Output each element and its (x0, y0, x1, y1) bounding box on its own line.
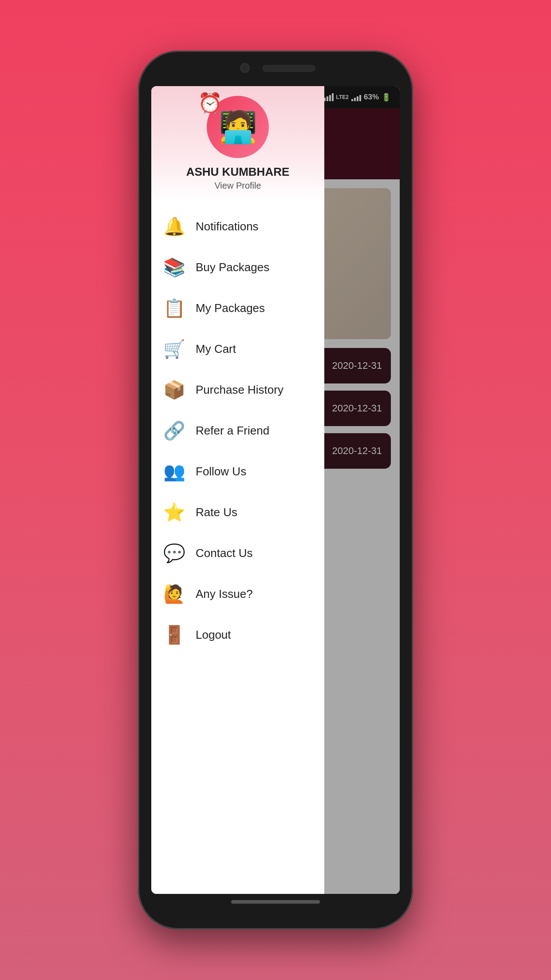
menu-item-notifications[interactable]: 🔔Notifications (151, 206, 324, 247)
user-name: ASHU KUMBHARE (186, 165, 290, 179)
my-packages-icon: 📋 (162, 296, 187, 320)
logout-icon: 🚪 (162, 622, 187, 647)
notch-area (138, 51, 413, 86)
drawer-header: ⏰ 🧑‍💻 ASHU KUMBHARE View Profile (151, 86, 324, 202)
any-issue-label: Any Issue? (196, 587, 253, 601)
refer-a-friend-icon: 🔗 (162, 418, 187, 443)
menu-item-my-cart[interactable]: 🛒My Cart (151, 328, 324, 369)
contact-us-label: Contact Us (196, 546, 253, 560)
navigation-drawer: ⏰ 🧑‍💻 ASHU KUMBHARE View Profile 🔔Notifi… (151, 86, 324, 894)
menu-item-refer-a-friend[interactable]: 🔗Refer a Friend (151, 410, 324, 451)
front-camera (240, 63, 250, 73)
speaker-grille (262, 65, 315, 72)
menu-item-logout[interactable]: 🚪Logout (151, 614, 324, 655)
avatar-container: ⏰ 🧑‍💻 (207, 96, 269, 158)
home-indicator (231, 900, 320, 904)
menu-item-contact-us[interactable]: 💬Contact Us (151, 533, 324, 573)
view-profile-link[interactable]: View Profile (214, 181, 261, 191)
menu-item-rate-us[interactable]: ⭐Rate Us (151, 492, 324, 533)
logout-label: Logout (196, 628, 231, 642)
purchase-history-label: Purchase History (196, 383, 283, 397)
follow-us-icon: 👥 (162, 459, 187, 484)
refer-a-friend-label: Refer a Friend (196, 424, 269, 438)
notifications-label: Notifications (196, 220, 259, 233)
rate-us-label: Rate Us (196, 506, 237, 519)
my-cart-label: My Cart (196, 342, 236, 356)
phone-frame: 23:10 0 KB/s 🖼 ⊕ • ⏰ VoLTE LTE2 (138, 51, 413, 929)
rate-us-icon: ⭐ (162, 500, 187, 525)
follow-us-label: Follow Us (196, 465, 246, 478)
clock-icon: ⏰ (198, 91, 222, 115)
menu-item-purchase-history[interactable]: 📦Purchase History (151, 369, 324, 410)
menu-item-follow-us[interactable]: 👥Follow Us (151, 451, 324, 492)
menu-item-buy-packages[interactable]: 📚Buy Packages (151, 247, 324, 288)
notifications-icon: 🔔 (162, 214, 187, 239)
contact-us-icon: 💬 (162, 541, 187, 565)
any-issue-icon: 🙋 (162, 581, 187, 606)
menu-item-my-packages[interactable]: 📋My Packages (151, 288, 324, 328)
buy-packages-icon: 📚 (162, 255, 187, 280)
drawer-menu: 🔔Notifications📚Buy Packages📋My Packages🛒… (151, 202, 324, 894)
my-cart-icon: 🛒 (162, 336, 187, 361)
avatar-image: 🧑‍💻 (219, 109, 257, 145)
menu-item-any-issue[interactable]: 🙋Any Issue? (151, 573, 324, 614)
buy-packages-label: Buy Packages (196, 261, 269, 274)
phone-screen: 23:10 0 KB/s 🖼 ⊕ • ⏰ VoLTE LTE2 (151, 86, 400, 894)
purchase-history-icon: 📦 (162, 377, 187, 402)
my-packages-label: My Packages (196, 301, 265, 315)
